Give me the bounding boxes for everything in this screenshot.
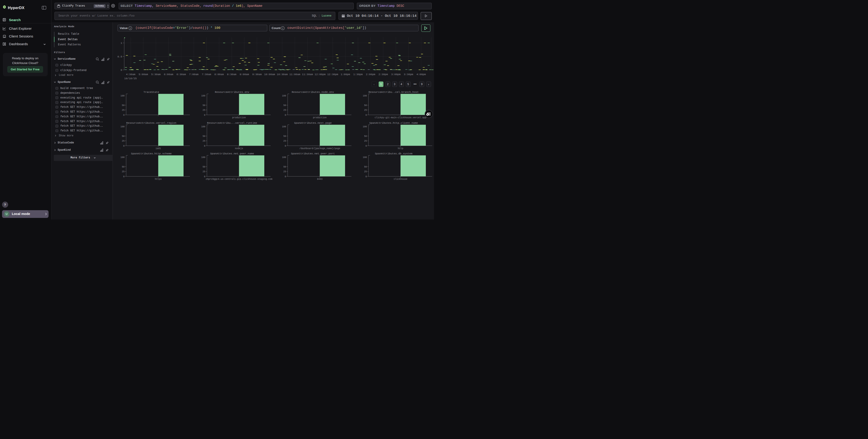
svg-text:100: 100 (121, 125, 125, 128)
svg-text:z5prz9ggc4.us-central1.gcp.cli: z5prz9ggc4.us-central1.gcp.clickhouse-st… (206, 178, 272, 180)
svg-text:10/10/25: 10/10/25 (124, 77, 136, 80)
svg-text:iad1: iad1 (155, 147, 161, 150)
svg-text:8:00am: 8:00am (214, 73, 224, 76)
svg-text:50: 50 (203, 166, 205, 168)
svg-text:4:00pm: 4:00pm (416, 73, 426, 76)
svg-text:3:30pm: 3:30pm (404, 73, 413, 76)
svg-text:/dashboard/[package_name]/page: /dashboard/[package_name]/page (299, 147, 340, 150)
svg-text:0: 0 (204, 114, 205, 116)
svg-text:50: 50 (203, 135, 205, 138)
svg-text:ResourceAttribu..cel.branch_ho: ResourceAttribu..cel.branch_host (369, 91, 419, 93)
svg-text:5:30am: 5:30am (151, 73, 161, 76)
svg-text:100: 100 (121, 156, 125, 159)
svg-text:11:00am: 11:00am (289, 73, 300, 76)
svg-text:0: 0 (121, 68, 122, 71)
svg-text:2:30pm: 2:30pm (378, 73, 388, 76)
svg-text:0: 0 (366, 145, 367, 147)
svg-text:0: 0 (285, 145, 286, 147)
svg-text:1: 1 (121, 41, 122, 45)
svg-text:0: 0 (123, 114, 125, 116)
svg-text:50: 50 (283, 135, 286, 138)
svg-text:25: 25 (203, 109, 205, 112)
svg-text:clickhouse: clickhouse (394, 178, 407, 180)
svg-text:ResourceAttributes.vercel.regi: ResourceAttributes.vercel.region (126, 121, 177, 124)
svg-text:100: 100 (121, 95, 125, 97)
svg-text:0: 0 (204, 145, 205, 147)
svg-text:7:30am: 7:30am (202, 73, 211, 76)
svg-text:25: 25 (122, 171, 125, 173)
svg-text:ResourceAttributes.env: ResourceAttributes.env (215, 91, 249, 93)
svg-text:100: 100 (363, 156, 367, 159)
svg-text:production: production (313, 116, 327, 119)
svg-text:i: i (282, 27, 283, 29)
svg-text:0: 0 (204, 175, 205, 178)
svg-text:50: 50 (364, 166, 367, 168)
svg-text:100: 100 (201, 156, 205, 159)
svg-text:4:30am: 4:30am (126, 73, 135, 76)
svg-text:100: 100 (201, 95, 205, 97)
svg-text:0.5: 0.5 (117, 55, 122, 58)
svg-text:0: 0 (123, 175, 125, 178)
svg-text:10:30am: 10:30am (277, 73, 287, 76)
svg-text:TraceState: TraceState (144, 91, 159, 93)
svg-text:8443: 8443 (317, 178, 322, 180)
svg-text:3:00pm: 3:00pm (391, 73, 401, 76)
svg-text:50: 50 (283, 166, 286, 168)
svg-text:ResourceAttribu...vercel.runti: ResourceAttribu...vercel.runtime (207, 121, 257, 124)
svg-text:1:30pm: 1:30pm (353, 73, 363, 76)
svg-text:SpanAttributes.http.scheme: SpanAttributes.http.scheme (131, 152, 172, 155)
svg-text:6:00am: 6:00am (164, 73, 173, 76)
svg-text:25: 25 (364, 109, 367, 112)
svg-text:SpanAttributes.net.peer.port: SpanAttributes.net.peer.port (291, 152, 335, 155)
svg-text:1:00pm: 1:00pm (341, 73, 350, 76)
svg-text:50: 50 (122, 135, 125, 138)
svg-text:0: 0 (123, 145, 125, 147)
svg-text:10:00am: 10:00am (264, 73, 275, 76)
svg-text:9:30am: 9:30am (252, 73, 261, 76)
svg-text:i: i (130, 27, 130, 29)
svg-text:production: production (232, 116, 246, 119)
svg-text:7:00am: 7:00am (189, 73, 198, 76)
svg-text:50: 50 (283, 104, 286, 107)
svg-text:ResourceAttributes.node.env: ResourceAttributes.node.env (292, 91, 334, 93)
svg-text:5:00am: 5:00am (138, 73, 148, 76)
svg-text:100: 100 (201, 125, 205, 128)
svg-text:50: 50 (203, 104, 205, 107)
svg-text:100: 100 (282, 95, 286, 97)
svg-text:http: http (398, 147, 403, 150)
svg-text:12:00pm: 12:00pm (314, 73, 325, 76)
svg-text:25: 25 (203, 171, 205, 173)
svg-text:0: 0 (285, 175, 286, 178)
svg-text:0: 0 (285, 114, 286, 116)
svg-text:8:30am: 8:30am (227, 73, 237, 76)
svg-text:25: 25 (283, 140, 286, 142)
svg-text:100: 100 (363, 125, 367, 128)
svg-text:0: 0 (366, 175, 367, 178)
svg-text:11:30am: 11:30am (302, 73, 313, 76)
svg-text:25: 25 (283, 109, 286, 112)
svg-text:clickpy-git-main-clickhouse.ve: clickpy-git-main-clickhouse.vercel.app (375, 116, 426, 119)
svg-text:6:30am: 6:30am (176, 73, 186, 76)
svg-text:SpanAttributes.http.client.nam: SpanAttributes.http.client.name (369, 121, 418, 124)
svg-text:25: 25 (364, 140, 367, 142)
svg-text:25: 25 (283, 171, 286, 173)
svg-text:0: 0 (366, 114, 367, 116)
svg-text:12:30pm: 12:30pm (327, 73, 338, 76)
svg-text:100: 100 (363, 95, 367, 97)
svg-text:nodejs: nodejs (235, 147, 243, 150)
svg-text:100: 100 (282, 156, 286, 159)
svg-text:SpanAttributes.db.system: SpanAttributes.db.system (375, 152, 412, 155)
svg-text:50: 50 (364, 135, 367, 138)
svg-text:SpanAttributes.net.peer.name: SpanAttributes.net.peer.name (210, 152, 254, 155)
svg-text:25: 25 (122, 140, 125, 142)
svg-text:25: 25 (122, 109, 125, 112)
svg-text:50: 50 (364, 104, 367, 107)
svg-text:https: https (155, 178, 161, 180)
svg-text:25: 25 (203, 140, 205, 142)
svg-text:25: 25 (364, 171, 367, 173)
svg-text:50: 50 (122, 166, 125, 168)
svg-text:9:00am: 9:00am (240, 73, 249, 76)
svg-text:2:00pm: 2:00pm (366, 73, 375, 76)
svg-text:50: 50 (122, 104, 125, 107)
svg-text:SpanAttributes.next.page: SpanAttributes.next.page (294, 121, 332, 124)
